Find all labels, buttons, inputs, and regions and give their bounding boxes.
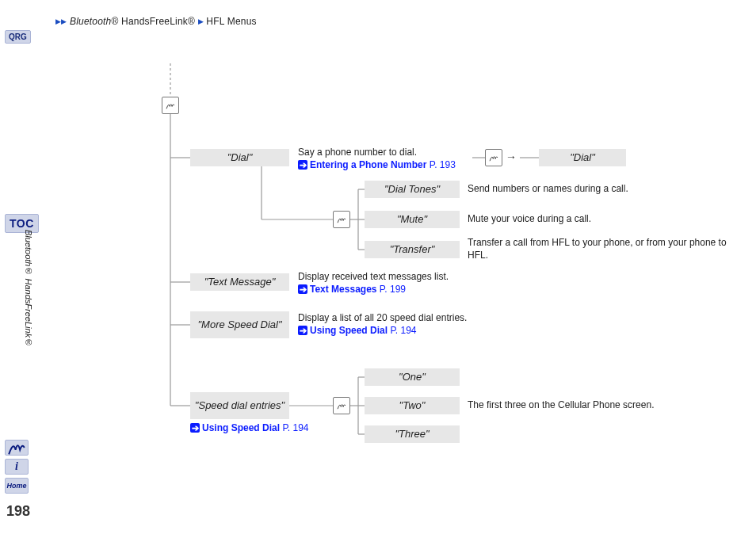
page-number: 198	[6, 503, 30, 520]
hfl-menu-diagram: "Dial" "Text Message" "More Speed Dial" …	[48, 63, 745, 491]
toc-button[interactable]: TOC	[5, 214, 39, 233]
qrg-button[interactable]: QRG	[5, 30, 31, 44]
info-icon-button[interactable]: i	[5, 459, 29, 475]
home-icon-button[interactable]: Home	[5, 478, 29, 494]
voice-icon-button[interactable]	[5, 440, 29, 456]
breadcrumb: ▶▶ Bluetooth® HandsFreeLink® ▶ HFL Menus	[55, 16, 257, 27]
section-vertical-label: Bluetooth® HandsFreeLink®	[24, 230, 33, 347]
